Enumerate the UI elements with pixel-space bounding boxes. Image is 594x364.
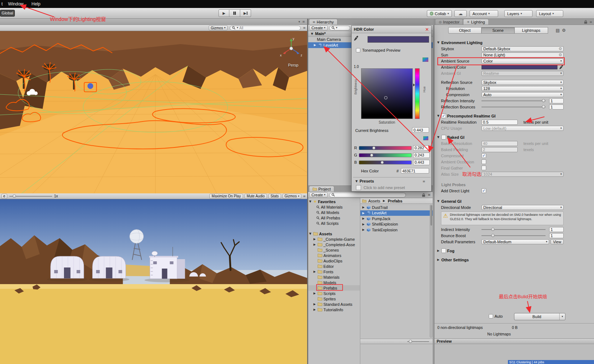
b-slider[interactable] <box>359 160 412 164</box>
foldout-arrow-icon[interactable]: ▼ <box>308 200 312 203</box>
favorite-item-all-prefabs[interactable]: All Prefabs <box>308 215 360 220</box>
expand-arrow-icon[interactable]: ▶ <box>313 303 317 306</box>
color-picker-marker[interactable] <box>384 96 387 99</box>
section-header-environment-lighting[interactable]: ▼Environment Lighting <box>434 39 594 46</box>
expand-arrow-icon[interactable]: ▶ <box>361 211 365 215</box>
add-preset-button[interactable] <box>356 185 361 190</box>
icon-size-slider[interactable] <box>407 341 429 342</box>
folder-item-scripts[interactable]: ▶Scripts <box>308 291 360 296</box>
scene-search-input[interactable]: ▾ All <box>230 26 301 30</box>
preview-header[interactable]: Preview <box>434 338 594 344</box>
breadcrumb-root[interactable]: Assets <box>368 199 380 203</box>
folder-item-materials[interactable]: Materials <box>308 274 360 280</box>
lock-icon[interactable] <box>584 20 587 24</box>
favorite-item-all-materials[interactable]: All Materials <box>308 204 360 210</box>
compressed-checkbox[interactable]: ✓ <box>481 153 486 158</box>
expand-arrow-icon[interactable]: ▶ <box>361 228 365 231</box>
tab-scene[interactable]: Scene <box>481 27 515 34</box>
tab-lightmaps[interactable]: Lightmaps <box>515 27 548 34</box>
folder-item-animators[interactable]: Animators <box>308 253 360 258</box>
reflection-intensity-value-field[interactable]: 1 <box>549 98 564 103</box>
menu-icon[interactable]: ≡ <box>303 26 306 30</box>
g-value-field[interactable]: 0.243 <box>413 153 430 158</box>
build-button[interactable]: Build ▾ <box>514 313 565 320</box>
slider-handle[interactable] <box>13 194 16 198</box>
indirect-intensity-slider[interactable] <box>481 229 546 230</box>
hex-input[interactable]: 483E71 <box>401 168 429 174</box>
close-icon[interactable]: ✕ <box>425 27 429 32</box>
slider-handle[interactable] <box>381 161 384 164</box>
account-dropdown[interactable]: Account▾ <box>470 10 498 17</box>
scene-viewport[interactable]: x y z Persp <box>0 31 307 193</box>
asset-item-shellexplosion[interactable]: ▶ShellExplosion <box>360 222 433 227</box>
slider-handle[interactable] <box>542 105 545 108</box>
persp-label[interactable]: Persp <box>288 63 298 67</box>
aspect-dropdown[interactable]: e <box>1 194 7 199</box>
folder-item-fonts[interactable]: ▶Fonts <box>308 269 360 274</box>
folder-item-prefabs[interactable]: Prefabs <box>308 285 360 291</box>
cpu-usage-dropdown[interactable]: Low (default)▾ <box>481 126 564 131</box>
eyedropper-icon[interactable] <box>559 65 564 69</box>
menu-item-window[interactable]: Window <box>4 1 27 7</box>
menu-item-help[interactable]: Help <box>27 1 44 7</box>
hdr-color-swatch[interactable] <box>368 36 429 43</box>
section-header-fog[interactable]: ▶Fog <box>434 248 594 254</box>
r-slider[interactable] <box>359 146 412 150</box>
folder-item-editor[interactable]: Editor <box>308 264 360 269</box>
reflection-source-dropdown[interactable]: Skybox▾ <box>481 80 564 85</box>
expand-arrow-icon[interactable]: ▶ <box>313 270 317 273</box>
chevron-down-icon[interactable]: ▾ <box>298 20 300 23</box>
assets-root[interactable]: ▼Assets <box>308 231 360 236</box>
sun-object-field[interactable]: None (Light)⊙ <box>481 52 564 57</box>
folder-item-models[interactable]: Models <box>308 280 360 285</box>
gizmos-button[interactable]: Gizmos▾ <box>283 194 302 199</box>
maximize-on-play-button[interactable]: Maximize On Play <box>209 194 243 199</box>
tab-hierarchy[interactable]: ≡ Hierarchy <box>309 19 338 25</box>
menu-icon[interactable]: ≡ <box>302 20 305 23</box>
foldout-arrow-icon[interactable]: ▼ <box>308 232 312 235</box>
view-button[interactable]: View <box>551 239 564 244</box>
tab-project[interactable]: Project <box>309 186 334 192</box>
breadcrumb-current[interactable]: Prefabs <box>388 199 402 203</box>
hierarchy-search-input[interactable]: ▾ <box>329 26 350 30</box>
layout-dropdown[interactable]: Layout▾ <box>536 10 563 17</box>
folder-item-sprites[interactable]: Sprites <box>308 296 360 301</box>
reflection-bounces-slider[interactable] <box>481 107 546 107</box>
scale-slider[interactable] <box>9 196 52 197</box>
baked-resolution-field[interactable]: 40 <box>481 141 518 146</box>
foldout-arrow-icon[interactable]: ▼ <box>355 180 358 183</box>
baked-gi-checkbox[interactable] <box>441 135 446 140</box>
scrollbar-thumb[interactable] <box>430 205 432 226</box>
g-slider[interactable] <box>359 153 412 157</box>
section-header-other-settings[interactable]: ▶Other Settings <box>434 257 594 263</box>
hdr-gradient-icon[interactable] <box>423 136 428 140</box>
asset-item-levelart[interactable]: ▶LevelArt <box>360 210 433 216</box>
axis-gizmo[interactable]: x y z <box>278 35 304 61</box>
slider-handle[interactable] <box>372 146 376 150</box>
expand-arrow-icon[interactable]: ▶ <box>313 237 317 241</box>
create-button[interactable]: Create▾ <box>309 192 328 197</box>
foldout-arrow-icon[interactable]: ▼ <box>436 136 440 139</box>
panel-divider[interactable] <box>307 19 308 364</box>
folder-item-standard-assets[interactable]: ▶Standard Assets <box>308 301 360 307</box>
r-value-field[interactable]: 0.282 <box>413 145 430 151</box>
tab-lighting[interactable]: ☀ Lighting <box>463 19 489 25</box>
indirect-intensity-value-field[interactable]: 1 <box>549 227 564 232</box>
bounce-boost-value-field[interactable]: 1 <box>549 233 564 238</box>
gear-icon[interactable]: ⚙ <box>562 28 566 33</box>
folder-item-completed-asse[interactable]: ▶_Completed-Asse <box>308 242 360 247</box>
ambient-source-dropdown[interactable]: Color▾ <box>481 59 564 64</box>
skybox-object-field[interactable]: Default-Skybox⊙ <box>481 46 564 51</box>
add-direct-light-checkbox[interactable]: ✓ <box>481 188 486 193</box>
menu-item-fragment[interactable]: t <box>0 1 4 7</box>
slider-handle[interactable] <box>491 234 495 237</box>
expand-arrow-icon[interactable]: ▶ <box>361 223 365 226</box>
asset-item-dusttrail[interactable]: ▶DustTrail <box>360 205 433 210</box>
expand-arrow-icon[interactable]: ▶ <box>361 206 365 209</box>
section-header-light-probes[interactable]: Light Probes <box>434 181 594 188</box>
final-gather-checkbox[interactable] <box>481 166 486 170</box>
add-preset-hint[interactable]: Click to add new preset <box>364 185 405 190</box>
realtime-resolution-field[interactable]: 0.5 <box>481 120 518 125</box>
vertical-scrollbar[interactable] <box>430 205 432 338</box>
foldout-arrow-icon[interactable]: ▶ <box>436 258 440 261</box>
